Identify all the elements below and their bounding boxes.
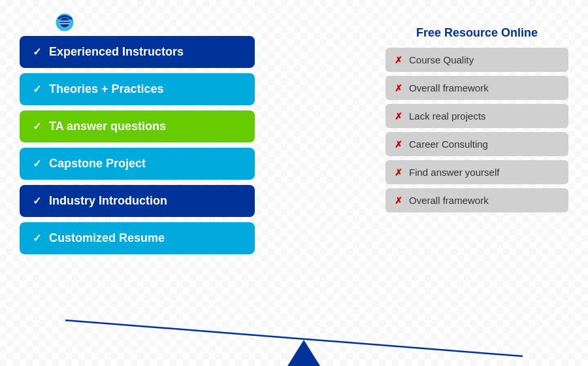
scale-svg <box>0 301 588 366</box>
x-icon-3: ✗ <box>395 111 402 122</box>
feature-btn-resume[interactable]: ✓ Customized Resume <box>20 222 255 254</box>
resource-item-2: ✗ Overall framework <box>385 76 568 100</box>
resource-label-3: Lack real projects <box>409 110 486 122</box>
resource-label-1: Course Quality <box>409 54 474 65</box>
resource-item-4: ✗ Career Consulting <box>385 132 568 156</box>
check-icon-5: ✓ <box>33 195 41 207</box>
x-icon-5: ✗ <box>395 167 402 178</box>
svg-rect-4 <box>60 23 70 24</box>
svg-point-1 <box>60 18 70 27</box>
x-icon-6: ✗ <box>395 195 402 206</box>
left-column: ✓ Experienced Instructors ✓ Theories + P… <box>20 36 255 254</box>
resource-item-6: ✗ Overall framework <box>385 188 568 212</box>
check-icon-6: ✓ <box>33 232 41 244</box>
resource-item-3: ✗ Lack real projects <box>385 104 568 128</box>
resource-item-5: ✗ Find answer yourself <box>385 160 568 184</box>
feature-label-5: Industry Introduction <box>49 194 167 208</box>
svg-marker-6 <box>287 340 320 366</box>
resource-list: ✗ Course Quality ✗ Overall framework ✗ L… <box>385 48 568 212</box>
svg-line-5 <box>65 320 523 356</box>
svg-rect-3 <box>60 20 70 22</box>
feature-label-4: Capstone Project <box>49 157 146 171</box>
logo-icon <box>45 12 84 38</box>
right-title: Free Resource Online <box>385 26 568 40</box>
feature-btn-experienced[interactable]: ✓ Experienced Instructors <box>20 36 255 68</box>
feature-label-1: Experienced Instructors <box>49 45 184 59</box>
check-icon-4: ✓ <box>33 158 41 170</box>
feature-btn-ta[interactable]: ✓ TA answer questions <box>20 110 255 142</box>
right-column: Free Resource Online ✗ Course Quality ✗ … <box>385 26 568 212</box>
x-icon-4: ✗ <box>395 139 402 150</box>
feature-label-6: Customized Resume <box>49 231 165 245</box>
resource-label-2: Overall framework <box>409 82 489 93</box>
resource-label-4: Career Consulting <box>409 139 488 150</box>
feature-label-3: TA answer questions <box>49 120 166 133</box>
x-icon-2: ✗ <box>395 83 402 93</box>
check-icon-1: ✓ <box>33 46 41 58</box>
resource-label-6: Overall framework <box>409 195 489 206</box>
feature-label-2: Theories + Practices <box>49 82 164 96</box>
x-icon-1: ✗ <box>395 55 402 65</box>
resource-label-5: Find answer yourself <box>409 167 499 178</box>
feature-btn-theories[interactable]: ✓ Theories + Practices <box>20 73 255 105</box>
scale-container <box>0 301 588 366</box>
check-icon-2: ✓ <box>33 83 41 95</box>
check-icon-3: ✓ <box>33 120 41 133</box>
feature-btn-industry[interactable]: ✓ Industry Introduction <box>20 185 255 217</box>
feature-btn-capstone[interactable]: ✓ Capstone Project <box>20 148 255 180</box>
resource-item-1: ✗ Course Quality <box>385 48 568 72</box>
